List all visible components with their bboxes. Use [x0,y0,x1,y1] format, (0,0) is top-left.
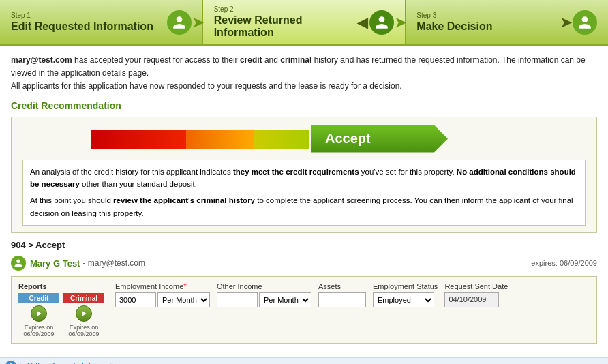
fields-row: Employment Income* Per Month Per Year Ot… [115,282,590,307]
report-cards: Credit Expires on06/09/2009 Criminal Exp… [18,293,104,337]
credit-para2: At this point you should review the appl… [30,194,578,219]
step-2: Step 2 Review Returned Information ◀ ➤ [203,0,406,44]
applicant-email-bold: mary@test.com [11,55,72,65]
info-line1-pre: has accepted your request for access to … [72,55,240,65]
employment-income-row: Per Month Per Year [115,292,210,307]
other-income-input[interactable] [217,292,258,307]
applicant-row: Mary G Test - mary@test.com expires: 06/… [11,256,597,271]
step-1: Step 1 Edit Requested Information ➤ [0,0,203,44]
applicant-person-icon [11,256,26,271]
employment-status-group: Employment Status Employed Unemployed Se… [373,282,438,307]
bar-orange [186,130,254,149]
steps-header: Step 1 Edit Requested Information ➤ Step… [0,0,608,46]
employment-status-label: Employment Status [373,282,438,290]
info-bold-criminal: criminal [280,55,311,65]
step-3-title: Make Decision [416,20,567,33]
other-income-label: Other Income [217,282,311,290]
reports-section: Reports Credit Expires on06/09/2009 Crim… [18,282,104,337]
credit-bar: Accept [22,125,586,153]
main-content: mary@test.com has accepted your request … [0,46,608,357]
edit-renter-link[interactable]: Edit the Renter's Information [19,361,123,364]
credit-para1: An analysis of the credit history for th… [30,166,578,191]
credit-box: Accept An analysis of the credit history… [11,117,597,234]
criminal-report-expires: Expires on06/09/2009 [68,324,99,337]
request-sent-date-group: Request Sent Date 04/10/2009 [444,282,508,307]
step-2-title: Review Returned Information [214,14,365,39]
step-1-icon: ➤ [167,10,192,35]
info-message: mary@test.com has accepted your request … [11,54,597,93]
reports-inner: Reports Credit Expires on06/09/2009 Crim… [18,282,590,337]
step-3: Step 3 Make Decision ➤ [406,0,608,44]
step-2-icon: ◀ ➤ [369,10,394,35]
credit-rec-title: Credit Recommendation [11,100,597,111]
applicant-name: Mary G Test [30,258,80,269]
step-1-number: Step 1 [11,12,162,19]
credit-report-card: Credit Expires on06/09/2009 [18,293,59,337]
criminal-report-header: Criminal [63,293,104,303]
employment-income-input[interactable] [115,292,156,307]
info-and: and [262,55,281,65]
criminal-report-button[interactable] [76,305,92,322]
assets-input[interactable] [318,292,366,307]
request-sent-date-value: 04/10/2009 [444,292,499,307]
criminal-report-card: Criminal Expires on06/09/2009 [63,293,104,337]
employment-income-group: Employment Income* Per Month Per Year [115,282,210,307]
employment-income-period[interactable]: Per Month Per Year [157,292,210,307]
applicant-email-display: - mary@test.com [82,258,145,268]
reports-box: Reports Credit Expires on06/09/2009 Crim… [11,276,597,344]
accept-badge: Accept [311,125,448,153]
reports-label: Reports [18,282,104,290]
info-bold-credit: credit [240,55,262,65]
bar-red [91,130,186,149]
score-line: 904 > Accept [11,240,597,250]
other-income-group: Other Income Per Month Per Year [217,282,311,307]
credit-analysis: An analysis of the credit history for th… [22,160,586,226]
assets-group: Assets [318,282,366,307]
bar-yellow [254,130,309,149]
request-sent-date-label: Request Sent Date [444,282,508,290]
other-income-row: Per Month Per Year [217,292,311,307]
step-3-number: Step 3 [416,12,567,19]
edit-icon [5,361,16,364]
credit-report-header: Credit [18,293,59,303]
step-3-icon: ➤ [573,10,597,35]
info-line2: All applicants for this application have… [11,81,402,91]
assets-label: Assets [318,282,366,290]
edit-link-row: Edit the Renter's Information [0,357,608,364]
required-star: * [183,282,186,290]
credit-report-expires: Expires on06/09/2009 [23,324,54,337]
credit-report-button[interactable] [31,305,47,322]
applicant-expires: expires: 06/09/2009 [531,259,597,267]
employment-income-label: Employment Income* [115,282,210,290]
employment-status-select[interactable]: Employed Unemployed Self-Employed [373,292,434,307]
other-income-period[interactable]: Per Month Per Year [259,292,311,307]
step-1-title: Edit Requested Information [11,20,162,33]
step-2-number: Step 2 [214,5,365,13]
